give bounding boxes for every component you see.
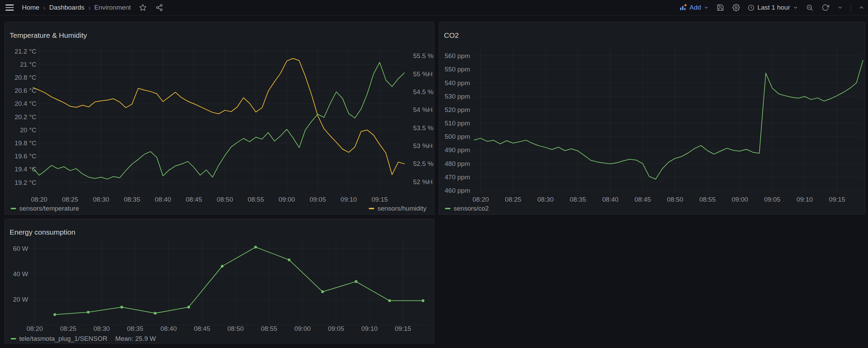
- y-axis-tick-label: 21.2 °C: [14, 48, 36, 55]
- x-axis-tick-label: 08:45: [194, 325, 210, 332]
- chart-legend: tele/tasmota_plug_1/SENSORMean: 25.9 W: [11, 335, 426, 343]
- legend-series-label: sensors/humidity: [377, 205, 426, 212]
- x-axis-tick-label: 08:50: [667, 196, 683, 203]
- y-axis-tick-label: 550 ppm: [445, 66, 470, 73]
- y-axis-tick-label: 520 ppm: [445, 106, 470, 113]
- y-axis-tick-label: 20.6 °C: [14, 87, 36, 94]
- x-axis-tick-label: 08:40: [155, 196, 171, 203]
- y-axis-tick-label: 60 W: [13, 245, 28, 252]
- nav-left-group: Home › Dashboards › Environment: [5, 3, 164, 12]
- add-panel-button[interactable]: Add: [679, 4, 709, 11]
- panel-title[interactable]: Temperature & Humidity: [10, 31, 87, 40]
- save-dashboard-button[interactable]: [716, 3, 725, 12]
- series-point-marker: [388, 299, 391, 302]
- y-axis-tick-label: 20.4 °C: [14, 100, 36, 107]
- x-axis-tick-label: 08:20: [31, 196, 47, 203]
- y-axis-tick-label: 480 ppm: [445, 160, 470, 167]
- panel-title[interactable]: Energy consumption: [10, 228, 75, 236]
- y-axis-tick-label: 20.2 °C: [14, 113, 36, 121]
- refresh-dashboard-button[interactable]: [821, 3, 830, 12]
- refresh-interval-dropdown[interactable]: [837, 4, 844, 11]
- x-axis-tick-label: 08:35: [127, 325, 144, 332]
- legend-item[interactable]: sensors/humidity: [369, 205, 426, 212]
- legend-series-swatch: [11, 338, 16, 340]
- x-axis-tick-label: 09:05: [764, 196, 780, 203]
- x-axis-tick-label: 09:15: [395, 325, 411, 332]
- breadcrumb: Home › Dashboards › Environment: [22, 4, 131, 12]
- bar-chart-plus-icon: [679, 4, 687, 11]
- chart-legend: sensors/co2: [445, 205, 857, 212]
- x-axis-tick-label: 09:00: [294, 325, 311, 332]
- x-axis-tick-label: 08:25: [62, 196, 78, 203]
- legend-series-label: tele/tasmota_plug_1/SENSOR: [19, 335, 107, 343]
- share-icon: [156, 4, 163, 11]
- legend-item[interactable]: sensors/co2: [445, 205, 489, 212]
- panel-title[interactable]: CO2: [444, 31, 459, 40]
- clock-icon: [747, 4, 755, 11]
- co2-chart-canvas[interactable]: 08:2008:2508:3008:3508:4008:4508:5008:55…: [439, 22, 865, 215]
- x-axis-tick-label: 08:25: [505, 196, 522, 203]
- breadcrumb-home[interactable]: Home: [22, 4, 39, 11]
- favorite-star-button[interactable]: [138, 3, 147, 12]
- x-axis-tick-label: 08:40: [602, 196, 619, 203]
- add-button-label: Add: [689, 4, 701, 11]
- zoom-out-icon: [806, 4, 813, 11]
- y-axis-tick-label: 53 %H: [413, 142, 433, 149]
- y-axis-tick-label: 20 W: [13, 296, 28, 303]
- breadcrumb-separator: ›: [43, 4, 46, 12]
- series-point-marker: [321, 290, 324, 293]
- y-axis-tick-label: 55 %H: [413, 70, 433, 78]
- gear-icon: [732, 4, 740, 11]
- legend-item[interactable]: tele/tasmota_plug_1/SENSORMean: 25.9 W: [11, 335, 156, 343]
- x-axis-tick-label: 09:00: [279, 196, 295, 203]
- zoom-out-time-button[interactable]: [805, 3, 814, 12]
- x-axis-tick-label: 08:45: [186, 196, 202, 203]
- share-button[interactable]: [155, 3, 164, 12]
- time-range-picker[interactable]: Last 1 hour: [747, 4, 798, 11]
- x-axis-tick-label: 09:10: [361, 325, 378, 332]
- y-axis-tick-label: 540 ppm: [445, 79, 470, 87]
- series-point-marker: [221, 265, 224, 268]
- legend-series-swatch: [11, 208, 16, 210]
- y-axis-tick-label: 530 ppm: [445, 93, 470, 100]
- x-axis-tick-label: 09:05: [328, 325, 344, 332]
- temperature-humidity-chart-canvas[interactable]: 08:2008:2508:3008:3508:4008:4508:5008:55…: [5, 22, 434, 215]
- y-axis-tick-label: 55.5 %H: [413, 52, 434, 59]
- y-axis-tick-label: 53.5 %H: [413, 124, 434, 132]
- x-axis-tick-label: 08:30: [93, 196, 110, 203]
- series-point-marker: [422, 299, 424, 302]
- breadcrumb-dashboards[interactable]: Dashboards: [49, 4, 84, 11]
- legend-series-label: sensors/temperature: [19, 205, 79, 212]
- series-point-marker: [54, 313, 56, 316]
- dashboard-settings-button[interactable]: [732, 3, 741, 12]
- x-axis-tick-label: 08:55: [261, 325, 277, 332]
- y-axis-tick-label: 19.6 °C: [14, 153, 36, 160]
- series-point-marker: [187, 306, 190, 308]
- x-axis-tick-label: 08:30: [537, 196, 554, 203]
- y-axis-tick-label: 560 ppm: [445, 52, 470, 59]
- legend-series-swatch: [369, 208, 374, 210]
- menu-icon[interactable]: [5, 4, 14, 11]
- x-axis-tick-label: 08:50: [227, 325, 244, 332]
- x-axis-tick-label: 08:30: [93, 325, 110, 332]
- star-icon: [139, 4, 147, 11]
- y-axis-tick-label: 21 °C: [20, 61, 36, 68]
- grafana-dashboard: Home › Dashboards › Environment: [0, 0, 868, 348]
- x-axis-tick-label: 08:35: [124, 196, 140, 203]
- x-axis-tick-label: 08:50: [217, 196, 233, 203]
- chevron-down-icon: [837, 5, 843, 10]
- y-axis-tick-label: 54.5 %H: [413, 88, 434, 96]
- y-axis-tick-label: 470 ppm: [445, 173, 470, 181]
- y-axis-tick-label: 20 °C: [20, 126, 36, 134]
- nav-right-group: Add Last 1 h: [679, 3, 865, 12]
- y-axis-tick-label: 19.4 °C: [14, 166, 36, 173]
- y-axis-tick-label: 19.2 °C: [14, 179, 36, 186]
- collapse-topbar-button[interactable]: [858, 4, 865, 11]
- x-axis-tick-label: 09:10: [797, 196, 813, 203]
- y-axis-tick-label: 54 %H: [413, 106, 433, 113]
- legend-item[interactable]: sensors/temperature: [11, 205, 79, 212]
- panel-temperature-humidity: Temperature & Humidity 08:2008:2508:3008…: [4, 22, 434, 215]
- series-line-tele/tasmota_plug_1/SENSOR: [55, 247, 423, 315]
- energy-chart-canvas[interactable]: 08:2008:2508:3008:3508:4008:4508:5008:55…: [5, 219, 434, 344]
- x-axis-tick-label: 09:15: [829, 196, 845, 203]
